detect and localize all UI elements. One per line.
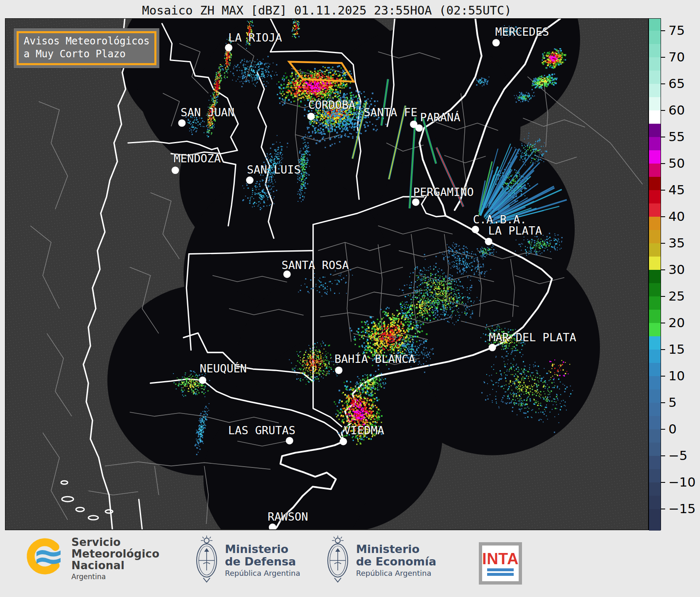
colorbar-segment bbox=[649, 296, 661, 310]
city-label: LA RIOJA bbox=[228, 31, 282, 44]
city-label: CÓRDOBA bbox=[308, 98, 355, 111]
inta-bar bbox=[487, 573, 514, 576]
colorbar-segment bbox=[649, 243, 661, 257]
city-dot bbox=[225, 44, 232, 51]
colorbar-tick bbox=[661, 243, 665, 244]
colorbar-segment bbox=[649, 203, 661, 217]
colorbar-segment bbox=[649, 31, 661, 44]
warning-legend-border: Avisos Meteorológicos a Muy Corto Plazo bbox=[17, 31, 156, 65]
colorbar-segment bbox=[649, 137, 661, 151]
colorbar-tick bbox=[661, 349, 665, 350]
colorbar-segment bbox=[649, 44, 661, 58]
city-label: MERCEDES bbox=[495, 25, 549, 38]
colorbar-segment bbox=[649, 124, 661, 137]
inta-bar bbox=[487, 568, 514, 571]
city-dot bbox=[283, 271, 291, 278]
colorbar-tick-label: 50 bbox=[668, 156, 685, 171]
city-label: VIEDMA bbox=[344, 424, 384, 437]
colorbar-tick bbox=[661, 30, 665, 31]
colorbar-segment bbox=[649, 403, 661, 416]
coat-of-arms-icon bbox=[193, 535, 220, 586]
colorbar-segment bbox=[649, 389, 661, 403]
defensa-line3: República Argentina bbox=[225, 569, 300, 577]
colorbar-segment bbox=[649, 57, 661, 71]
colorbar-tick bbox=[661, 296, 665, 297]
colorbar-segment bbox=[649, 376, 661, 390]
colorbar-tick-label: −15 bbox=[668, 501, 695, 516]
city-dot bbox=[339, 438, 347, 445]
city-dot bbox=[171, 166, 179, 174]
colorbar-segment bbox=[649, 110, 661, 124]
smn-line3: Nacional bbox=[71, 560, 159, 571]
city-dot bbox=[286, 437, 293, 445]
city-label: PERGAMINO bbox=[413, 186, 474, 198]
colorbar-segment bbox=[649, 310, 661, 323]
colorbar-segment bbox=[649, 84, 661, 98]
colorbar-tick-label: 10 bbox=[668, 368, 685, 383]
colorbar-tick-label: −5 bbox=[668, 448, 688, 463]
colorbar-segment bbox=[649, 19, 661, 31]
colorbar-tick bbox=[661, 402, 665, 403]
colorbar-tick-label: 55 bbox=[668, 129, 685, 144]
city-label: SANTA FE bbox=[363, 106, 417, 119]
colorbar-segment bbox=[649, 270, 661, 284]
colorbar-segment bbox=[649, 230, 661, 244]
city-dot bbox=[335, 367, 342, 374]
radar-mosaic-figure: Mosaico ZH MAX [dBZ] 01.11.2025 23:55HOA… bbox=[0, 0, 700, 597]
colorbar-tick-label: 20 bbox=[668, 315, 685, 330]
smn-line1: Servicio bbox=[71, 536, 159, 548]
coat-of-arms-icon bbox=[324, 535, 351, 586]
colorbar-tick bbox=[661, 190, 665, 191]
colorbar-tick-label: 35 bbox=[668, 235, 685, 250]
colorbar-segment bbox=[649, 496, 661, 509]
city-label: LAS GRUTAS bbox=[228, 424, 295, 437]
city-label: SANTA ROSA bbox=[282, 259, 349, 272]
colorbar-tick bbox=[661, 509, 665, 509]
colorbar-segment bbox=[649, 482, 661, 496]
city-dot bbox=[178, 119, 185, 127]
colorbar-segment bbox=[649, 416, 661, 430]
colorbar-segment bbox=[649, 150, 661, 164]
ministerio-economia-block: Ministerio de Economía República Argenti… bbox=[324, 535, 436, 586]
colorbar-segment bbox=[649, 164, 661, 177]
colorbar-segment bbox=[649, 350, 661, 363]
colorbar-segment bbox=[649, 71, 661, 84]
city-dot bbox=[307, 113, 315, 120]
colorbar-tick bbox=[661, 83, 665, 84]
colorbar-tick bbox=[661, 455, 665, 456]
city-label: PARANÁ bbox=[420, 111, 460, 124]
city-dot bbox=[199, 377, 206, 384]
colorbar-tick bbox=[661, 482, 665, 483]
colorbar-tick bbox=[661, 57, 665, 58]
smn-logo-icon bbox=[26, 536, 66, 576]
colorbar-segment bbox=[649, 190, 661, 204]
colorbar-tick-label: 15 bbox=[668, 342, 685, 357]
colorbar-segment bbox=[649, 97, 661, 111]
colorbar-tick-label: 45 bbox=[668, 182, 685, 197]
colorbar-tick-label: 75 bbox=[668, 23, 685, 38]
colorbar-tick bbox=[661, 110, 665, 111]
colorbar-tick-label: 70 bbox=[668, 49, 685, 64]
city-label: MENDOZA bbox=[174, 152, 221, 165]
city-dot bbox=[415, 124, 423, 132]
dbz-colorbar-ticks: 757065605550454035302520151050−5−10−15 bbox=[661, 18, 700, 530]
smn-wordmark: Servicio Meteorológico Nacional Argentin… bbox=[71, 536, 159, 581]
dbz-colorbar bbox=[649, 18, 661, 530]
smn-line2: Meteorológico bbox=[71, 548, 159, 560]
colorbar-tick bbox=[661, 216, 665, 217]
warning-legend-box: Avisos Meteorológicos a Muy Corto Plazo bbox=[14, 28, 159, 68]
colorbar-tick bbox=[661, 137, 665, 137]
city-dot bbox=[412, 198, 420, 206]
economia-wordmark: Ministerio de Economía República Argenti… bbox=[356, 543, 436, 577]
colorbar-tick bbox=[661, 163, 665, 164]
colorbar-tick-label: 40 bbox=[668, 209, 685, 224]
defensa-wordmark: Ministerio de Defensa República Argentin… bbox=[225, 543, 300, 577]
colorbar-segment bbox=[649, 443, 661, 456]
colorbar-tick bbox=[661, 323, 665, 323]
colorbar-segment bbox=[649, 469, 661, 483]
colorbar-tick bbox=[661, 429, 665, 430]
colorbar-segment bbox=[649, 336, 661, 350]
colorbar-segment bbox=[649, 323, 661, 337]
colorbar-segment bbox=[649, 217, 661, 230]
colorbar-tick bbox=[661, 376, 665, 377]
